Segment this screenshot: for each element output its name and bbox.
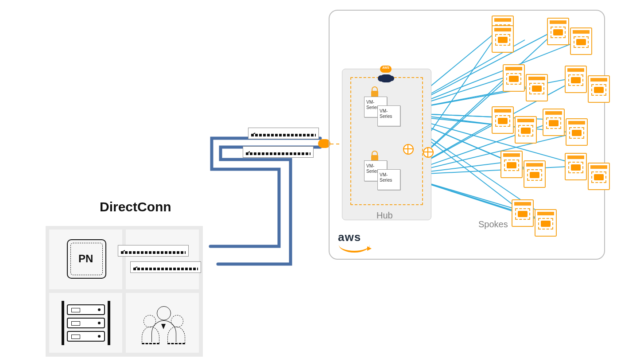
hub-box — [342, 69, 431, 220]
pn-icon: PN — [67, 239, 106, 279]
spoke-card — [492, 25, 514, 53]
spoke-card — [500, 151, 523, 178]
edge-switch-2 — [243, 146, 314, 158]
lb-icon-1 — [403, 144, 414, 155]
aws-logo: aws — [338, 230, 378, 253]
spoke-card — [566, 118, 588, 146]
spoke-card — [543, 109, 565, 136]
vm-box-lower-2: VM- Series — [377, 169, 400, 190]
server-rack-icon — [62, 301, 110, 345]
spoke-card — [503, 64, 525, 92]
onprem-switch-2 — [130, 261, 201, 273]
onprem-cell-switches — [126, 230, 199, 289]
onprem-cell-rack — [49, 293, 122, 353]
spokes-label: Spokes — [478, 219, 508, 230]
spoke-card — [535, 209, 557, 237]
directconn-title: DirectConn — [100, 199, 171, 214]
spoke-card — [588, 163, 610, 190]
spoke-card — [515, 116, 537, 144]
aws-badge-icon: AWS — [380, 66, 392, 73]
diagram-stage: { "title": "DirectConn", "onprem": { "pn… — [0, 0, 644, 358]
spoke-card — [512, 199, 534, 227]
vm-box-upper-2: VM- Series — [377, 105, 400, 126]
spoke-card — [524, 160, 546, 188]
people-icon — [139, 302, 188, 346]
onprem-cell-people — [126, 293, 199, 353]
onprem-switch-1 — [118, 245, 189, 257]
lock-icon-upper — [371, 91, 378, 97]
hub-label: Hub — [376, 210, 393, 221]
spoke-card — [526, 74, 548, 101]
spoke-card — [565, 153, 587, 180]
spoke-card — [565, 66, 587, 93]
edge-switch-1 — [248, 128, 319, 139]
onprem-cell-pn: PN — [49, 230, 122, 289]
lb-icon-2 — [423, 147, 434, 158]
panorama-cloud-icon — [380, 74, 392, 82]
spoke-card — [492, 106, 514, 134]
onprem-grid: PN — [46, 226, 203, 357]
spoke-card — [588, 75, 610, 103]
pn-label: PN — [78, 253, 93, 265]
spoke-card — [570, 27, 592, 55]
spoke-card — [547, 18, 569, 45]
